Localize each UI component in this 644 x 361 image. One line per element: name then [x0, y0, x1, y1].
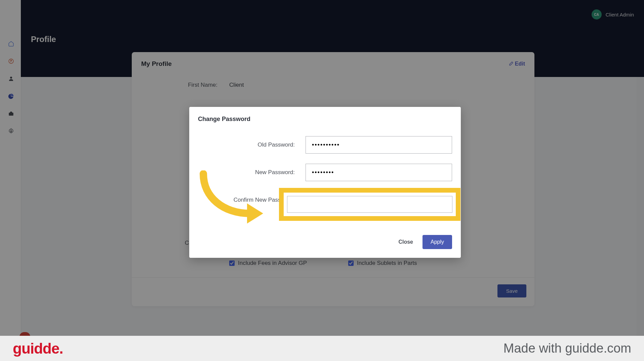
close-button[interactable]: Close: [395, 235, 416, 249]
new-password-input[interactable]: [306, 164, 452, 181]
arrow-annotation: [197, 170, 271, 229]
highlight-annotation: [280, 189, 460, 220]
guidde-logo: guidde.: [13, 340, 63, 357]
old-password-input[interactable]: [306, 136, 452, 154]
made-with-text: Made with guidde.com: [504, 341, 631, 356]
apply-button[interactable]: Apply: [422, 235, 452, 249]
modal-title: Change Password: [189, 107, 461, 129]
footer-bar: guidde. Made with guidde.com: [0, 336, 644, 361]
old-password-label: Old Password:: [198, 142, 306, 148]
